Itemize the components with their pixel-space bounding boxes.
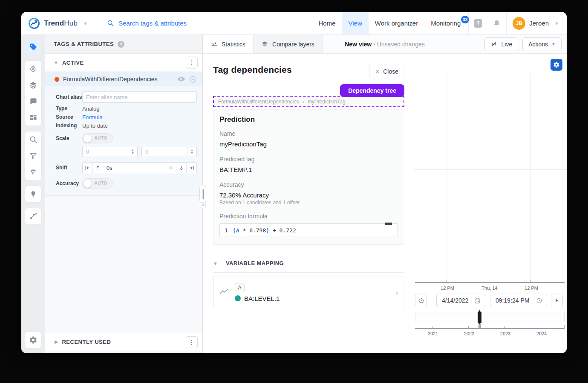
- dependency-tree-button[interactable]: Dependency tree: [340, 84, 404, 97]
- breadcrumb-root[interactable]: FormulaWithDifferentDependencies: [218, 99, 299, 105]
- shift-label: Shift: [56, 165, 82, 171]
- recently-used-section-header[interactable]: ▶ RECENTLY USED ⋮: [45, 333, 202, 351]
- tab-statistics[interactable]: Statistics: [203, 35, 254, 53]
- notifications-button[interactable]: [487, 12, 506, 34]
- panel-collapse-button[interactable]: ✕: [200, 202, 206, 208]
- rail-settings-button[interactable]: [25, 332, 41, 348]
- spinner-arrows[interactable]: ▲▼: [187, 146, 196, 157]
- nav-item-home[interactable]: Home: [312, 12, 342, 34]
- rail-fingerprint-button[interactable]: [25, 164, 41, 180]
- tags-attributes-panel: TAGS & ATTRIBUTES ? ▼ ACTIVE ⋮ FormulaWi…: [45, 35, 203, 353]
- search-input[interactable]: [118, 20, 255, 27]
- scale-min-input[interactable]: [83, 149, 128, 155]
- breadcrumb-chevron-icon: ›: [303, 99, 304, 105]
- tab-compare-layers[interactable]: Compare layers: [254, 35, 323, 53]
- variable-mapping-header[interactable]: ▼ VARIABLE MAPPING: [213, 254, 404, 273]
- recently-used-title: RECENTLY USED: [62, 339, 186, 345]
- user-menu[interactable]: JB Jeroen ▼: [507, 17, 567, 30]
- graph-nodes-icon: [29, 212, 37, 220]
- rail-layers-button[interactable]: [25, 77, 41, 93]
- step-forward-button[interactable]: [551, 294, 563, 307]
- variable-mapping-chevron-down-icon[interactable]: ▼: [213, 261, 218, 266]
- view-toolbar: Statistics Compare layers New view - Uns…: [203, 35, 567, 54]
- active-chevron-down-icon[interactable]: ▼: [54, 60, 58, 65]
- time-picker-field[interactable]: 09:19:24 PM: [490, 294, 547, 307]
- gridline: [530, 73, 531, 282]
- remove-tag-icon[interactable]: [189, 76, 196, 83]
- gear-icon: [553, 61, 560, 68]
- code-scrollbar[interactable]: [385, 223, 392, 225]
- history-clock-icon: [418, 297, 425, 304]
- spinner-arrows[interactable]: ▲▼: [128, 146, 137, 157]
- time-axis-tick-label: 12 PM: [525, 286, 538, 291]
- rail-tags-button[interactable]: [25, 39, 41, 55]
- close-dependencies-button[interactable]: ✕ Close: [369, 65, 404, 78]
- panel-resize-handle[interactable]: [199, 185, 206, 203]
- brand[interactable]: TrendHub ▼: [21, 17, 99, 29]
- shift-start-button[interactable]: [83, 163, 93, 173]
- date-picker-field[interactable]: 4/14/2022: [436, 294, 485, 307]
- visibility-eye-icon[interactable]: [177, 76, 185, 82]
- rail-comments-button[interactable]: [25, 93, 41, 109]
- variable-mapping-row[interactable]: A BA:LEVEL.1 ›: [213, 277, 404, 308]
- scale-label: Scale: [56, 135, 82, 141]
- indexing-label: Indexing: [56, 123, 82, 129]
- live-button[interactable]: Live: [484, 37, 518, 51]
- time-axis-tick-label: 12 PM: [441, 286, 454, 291]
- chart-alias-input[interactable]: [82, 91, 197, 103]
- timeline-marker-handle[interactable]: [478, 312, 481, 323]
- scale-max-input[interactable]: [142, 149, 187, 155]
- global-search: [99, 20, 312, 27]
- shift-end-button[interactable]: [186, 163, 196, 173]
- accuracy-label: Accuracy: [219, 181, 398, 188]
- rail-recommendations-button[interactable]: [25, 186, 41, 202]
- active-tag-row[interactable]: FormulaWithDifferentDependencies: [45, 72, 202, 86]
- shift-far-left-icon: [85, 165, 90, 171]
- actions-button[interactable]: Actions ▼: [522, 37, 562, 51]
- prediction-heading: Prediction: [219, 115, 398, 124]
- shift-forward-button[interactable]: [176, 163, 186, 173]
- timeline-overview[interactable]: [415, 312, 565, 322]
- chart-settings-button[interactable]: [551, 59, 562, 71]
- accuracy-value: 72.30% Accuracy: [219, 192, 398, 199]
- active-menu-button[interactable]: ⋮: [186, 57, 198, 69]
- rail-dashboard-button[interactable]: [25, 109, 41, 126]
- nav-item-monitoring[interactable]: Monitoring 33: [424, 12, 468, 34]
- rail-formulas-button[interactable]: [25, 61, 41, 77]
- brand-chevron-down-icon[interactable]: ▼: [83, 21, 88, 26]
- time-history-button[interactable]: [415, 294, 427, 307]
- comment-icon: [29, 97, 37, 106]
- formula-code: (A * 0.798) + 0.722: [233, 227, 296, 234]
- predicted-tag-label: Predicted tag: [219, 156, 398, 163]
- recently-used-chevron-right-icon[interactable]: ▶: [55, 339, 58, 345]
- rail-search-button[interactable]: [25, 131, 41, 148]
- variable-tag-color-dot: [235, 295, 241, 301]
- clock-icon: [536, 297, 542, 304]
- indexing-value: Up to date: [82, 123, 108, 129]
- scale-auto-toggle[interactable]: AUTO: [82, 133, 113, 143]
- user-name: Jeroen: [529, 20, 549, 27]
- tags-help-icon[interactable]: ?: [118, 41, 124, 48]
- shift-value[interactable]: 0s: [103, 163, 166, 173]
- monitoring-count-badge: 33: [461, 16, 469, 23]
- formula-code-editor[interactable]: 1 (A * 0.798) + 0.722: [219, 223, 398, 237]
- dashboard-layout-icon: [29, 113, 37, 122]
- time-value: 09:19:24 PM: [496, 297, 529, 304]
- nav-item-view[interactable]: View: [342, 12, 369, 34]
- recently-used-menu-button[interactable]: ⋮: [186, 336, 198, 348]
- prediction-card: Prediction Name myPredictionTag Predicte…: [213, 109, 404, 245]
- nav-item-work-organizer[interactable]: Work organizer: [369, 12, 424, 34]
- help-button[interactable]: ?: [469, 12, 487, 34]
- trendhub-logo-icon: [28, 17, 40, 29]
- calendar-icon: [474, 297, 481, 304]
- active-section-header[interactable]: ▼ ACTIVE ⋮: [45, 54, 202, 72]
- rail-dependencies-button[interactable]: [25, 208, 41, 224]
- shift-clear-icon[interactable]: ✕: [166, 163, 176, 173]
- rail-filter-button[interactable]: [25, 148, 41, 164]
- brand-name: TrendHub: [44, 19, 78, 28]
- shift-back-button[interactable]: [93, 163, 103, 173]
- toggle-knob: [84, 134, 92, 143]
- accuracy-auto-toggle[interactable]: AUTO: [82, 178, 113, 189]
- source-link[interactable]: Formula: [82, 114, 103, 120]
- prediction-name-value: myPredictionTag: [219, 140, 398, 148]
